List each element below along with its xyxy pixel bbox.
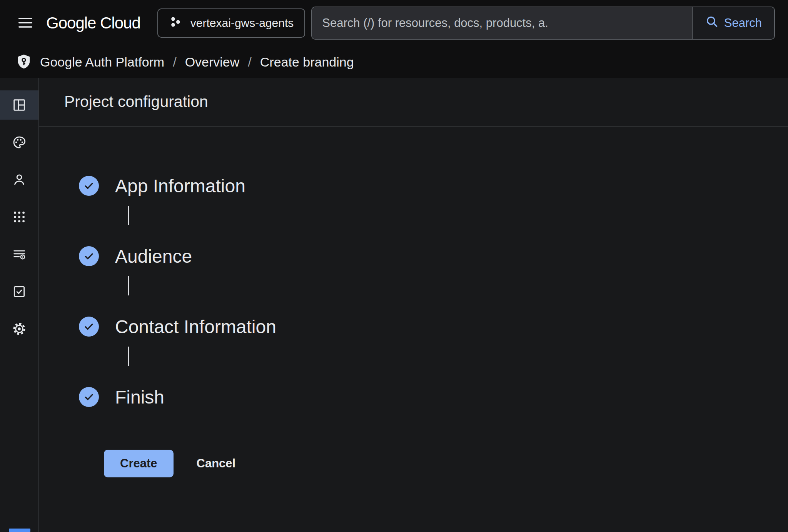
step-completed-check-icon	[79, 246, 99, 266]
main-content: Project configuration App Information	[39, 78, 788, 532]
step-completed-check-icon	[79, 176, 99, 196]
list-settings-icon	[12, 247, 27, 262]
step-completed-check-icon	[79, 317, 99, 337]
dashboard-icon	[12, 98, 27, 112]
breadcrumb-item-auth-platform[interactable]: Google Auth Platform	[40, 55, 164, 70]
checkbox-icon	[12, 284, 27, 299]
step-app-information[interactable]: App Information	[79, 176, 788, 196]
step-label: Contact Information	[115, 316, 276, 337]
hamburger-menu-button[interactable]	[15, 13, 35, 33]
hamburger-icon	[17, 14, 34, 33]
app-body: Project configuration App Information	[0, 78, 788, 532]
stepper: App Information Audience Contact I	[39, 127, 788, 477]
search-button-label: Search	[724, 16, 762, 30]
search-icon	[705, 15, 719, 32]
settings-gear-icon	[12, 322, 27, 336]
project-icon	[169, 15, 182, 31]
step-completed-check-icon	[79, 387, 99, 407]
auth-platform-shield-key-icon	[15, 53, 33, 71]
palette-icon	[12, 135, 27, 150]
breadcrumb-separator: /	[248, 55, 251, 70]
step-label: Audience	[115, 246, 192, 267]
sidebar-item-data-access[interactable]	[0, 240, 38, 269]
title-row: Project configuration	[39, 78, 788, 127]
cancel-button[interactable]: Cancel	[189, 450, 244, 477]
step-connector	[128, 347, 129, 366]
search-bar: Search	[311, 7, 775, 40]
breadcrumb-separator: /	[173, 55, 176, 70]
step-finish[interactable]: Finish	[79, 387, 788, 407]
horizontal-scrollbar-thumb[interactable]	[9, 529, 30, 532]
google-cloud-logo[interactable]: Google Cloud	[46, 14, 140, 32]
search-input[interactable]	[312, 7, 691, 39]
create-button[interactable]: Create	[104, 450, 174, 477]
project-name: vertexai-gws-agents	[190, 17, 294, 30]
step-contact-information[interactable]: Contact Information	[79, 317, 788, 337]
sidebar-item-verification[interactable]	[0, 277, 38, 306]
form-actions: Create Cancel	[104, 450, 788, 477]
sidebar-item-branding[interactable]	[0, 128, 38, 157]
step-audience[interactable]: Audience	[79, 246, 788, 266]
step-connector	[128, 276, 129, 295]
step-connector	[128, 206, 129, 225]
page-title: Project configuration	[64, 93, 208, 111]
person-icon	[12, 172, 27, 187]
breadcrumb-item-create-branding: Create branding	[260, 55, 354, 70]
sidebar-item-audience[interactable]	[0, 165, 38, 194]
breadcrumb-item-overview[interactable]: Overview	[185, 55, 240, 70]
breadcrumb: Google Auth Platform / Overview / Create…	[0, 46, 788, 78]
sidebar-item-clients[interactable]	[0, 202, 38, 232]
project-selector-button[interactable]: vertexai-gws-agents	[157, 8, 305, 38]
sidebar-item-settings[interactable]	[0, 314, 38, 344]
sidebar-nav	[0, 78, 39, 532]
apps-grid-icon	[12, 210, 27, 224]
sidebar-item-overview[interactable]	[0, 90, 38, 120]
step-label: App Information	[115, 175, 245, 197]
top-app-bar: Google Cloud vertexai-gws-agents Search	[0, 0, 788, 46]
step-label: Finish	[115, 387, 164, 408]
search-button[interactable]: Search	[692, 7, 774, 39]
